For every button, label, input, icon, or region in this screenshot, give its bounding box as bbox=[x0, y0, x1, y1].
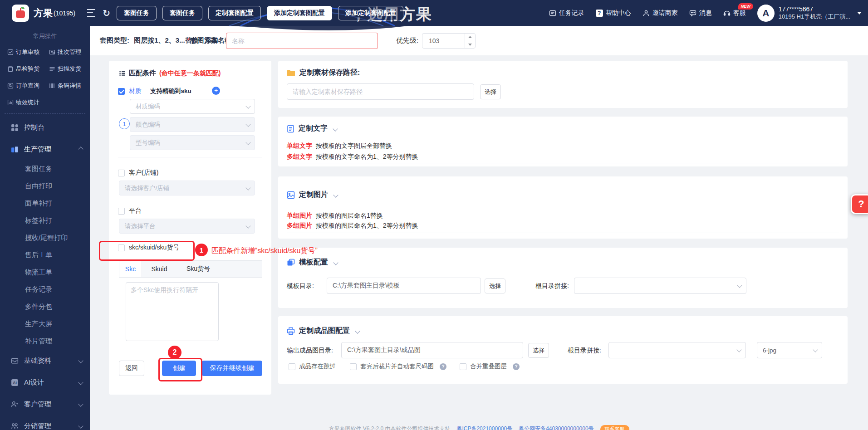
custom-image-header[interactable]: 定制图片 bbox=[287, 190, 338, 200]
nav-help-center[interactable]: ? 帮助中心 bbox=[596, 9, 631, 17]
output-dir-input[interactable] bbox=[341, 342, 523, 358]
submenu-waybill-reprint[interactable]: 面单补打 bbox=[25, 195, 90, 212]
quick-order-search[interactable]: 订单查询 bbox=[7, 81, 49, 91]
output-dir-choose-button[interactable]: 选择 bbox=[528, 343, 549, 358]
custom-image-title: 定制图片 bbox=[299, 190, 328, 200]
quick-quality-inspection[interactable]: 品检验货 bbox=[7, 64, 49, 74]
question-tooltip-icon[interactable]: ? bbox=[513, 363, 520, 370]
tab-custom-set-config[interactable]: 定制套图配置 bbox=[208, 6, 261, 20]
submenu-task-record[interactable]: 任务记录 bbox=[25, 281, 90, 298]
required-asterisk: * bbox=[187, 36, 190, 44]
chevron-down-icon[interactable] bbox=[333, 126, 338, 131]
chevron-down-icon[interactable] bbox=[333, 260, 338, 265]
output-root-select[interactable] bbox=[608, 342, 746, 358]
floating-help-button[interactable]: ? bbox=[851, 194, 868, 214]
customer-label: 客户(店铺) bbox=[129, 169, 158, 177]
platform-checkbox[interactable] bbox=[118, 208, 125, 215]
nav-messages[interactable]: 消息 bbox=[689, 9, 712, 17]
user-account-menu[interactable]: A 177****5667 10195 H1手机壳（工厂演... bbox=[757, 5, 862, 22]
save-and-continue-button[interactable]: 保存并继续创建 bbox=[202, 361, 262, 376]
nav-customer-service[interactable]: 客服 NEW bbox=[723, 9, 746, 17]
quick-performance-stats[interactable]: 绩效统计 bbox=[7, 98, 49, 108]
user-dropdown-caret-icon[interactable] bbox=[857, 12, 862, 15]
template-config-header[interactable]: 模板配置 bbox=[287, 258, 338, 267]
footer-icp-link[interactable]: 粤ICP备2021000000号 bbox=[456, 425, 512, 430]
merge-layers-checkbox[interactable] bbox=[460, 363, 466, 370]
distribution-icon bbox=[11, 422, 19, 430]
quick-label: 条码详情 bbox=[58, 82, 81, 90]
multi-text-tag: 多组文字 bbox=[287, 153, 312, 161]
custom-image-card: 定制图片 单组图片 按模板的图层命名1替换 多组图片 按模板的图层命名为1、2等… bbox=[278, 176, 848, 239]
tab-set-image-task-1[interactable]: 套图任务 bbox=[117, 6, 157, 20]
platform-select[interactable]: 请选择平台 bbox=[119, 219, 255, 234]
auto-size-checkbox[interactable] bbox=[350, 363, 357, 370]
material-checkbox[interactable] bbox=[118, 88, 125, 95]
material-index-badge: 1 bbox=[119, 118, 130, 129]
sidebar-item-console[interactable]: 控制台 bbox=[0, 117, 90, 138]
tab-set-image-task-2[interactable]: 套图任务 bbox=[162, 6, 202, 20]
submenu-label-reprint[interactable]: 标签补打 bbox=[25, 212, 90, 229]
material-code-select[interactable]: 材质编码 bbox=[130, 99, 255, 114]
quick-scan-shipping[interactable]: 扫描发货 bbox=[49, 64, 88, 74]
customer-select[interactable]: 请选择客户/店铺 bbox=[119, 181, 255, 195]
sidebar-item-base-data[interactable]: 基础资料 bbox=[0, 350, 90, 371]
sidebar-item-customer-management[interactable]: 客户管理 bbox=[0, 393, 90, 415]
material-path-choose-button[interactable]: 选择 bbox=[480, 84, 501, 99]
submenu-pickup-lastmile-print[interactable]: 揽收/尾程打印 bbox=[25, 229, 90, 246]
template-dir-choose-button[interactable]: 选择 bbox=[485, 279, 505, 293]
submenu-free-print[interactable]: 自由打印 bbox=[25, 177, 90, 195]
submenu-production-screen[interactable]: 生产大屏 bbox=[25, 315, 90, 332]
submenu-multi-package[interactable]: 多件分包 bbox=[25, 298, 90, 315]
material-path-input[interactable] bbox=[287, 83, 474, 100]
section-divider bbox=[118, 157, 262, 157]
plan-name-input[interactable] bbox=[226, 33, 378, 49]
model-code-select[interactable]: 型号编码 bbox=[130, 135, 255, 150]
tab-sku-code[interactable]: Sku货号 bbox=[177, 261, 220, 277]
nav-invite-merchant[interactable]: 邀请商家 bbox=[642, 9, 678, 17]
nav-task-record[interactable]: 任务记录 bbox=[549, 9, 584, 17]
customer-checkbox[interactable] bbox=[118, 170, 125, 176]
add-material-condition-icon[interactable]: + bbox=[212, 87, 220, 95]
chevron-down-icon[interactable] bbox=[355, 328, 360, 333]
output-config-header[interactable]: 定制成品图配置 bbox=[287, 326, 359, 336]
user-phone: 177****5667 bbox=[779, 5, 850, 13]
production-submenu: 套图任务 自由打印 面单补打 标签补打 揽收/尾程打印 售后工单 物流工单 任务… bbox=[0, 160, 90, 350]
skc-list-textarea[interactable] bbox=[126, 282, 219, 341]
submenu-set-image-task[interactable]: 套图任务 bbox=[25, 160, 90, 177]
quick-batch-management[interactable]: 批次管理 bbox=[49, 47, 88, 57]
sidebar-item-distribution-management[interactable]: 分销管理 bbox=[0, 415, 90, 430]
chevron-down-icon[interactable] bbox=[333, 192, 338, 197]
refresh-icon[interactable]: ↻ bbox=[103, 8, 110, 19]
submenu-patch-management[interactable]: 补片管理 bbox=[25, 332, 90, 350]
submenu-logistics-ticket[interactable]: 物流工单 bbox=[25, 264, 90, 281]
clipboard-icon bbox=[7, 66, 14, 72]
submenu-aftersale-ticket[interactable]: 售后工单 bbox=[25, 246, 90, 264]
tab-add-custom-set-config-active[interactable]: 添加定制套图配置 bbox=[267, 6, 332, 20]
color-code-select[interactable]: 颜色编码 bbox=[130, 117, 255, 132]
back-button[interactable]: 返回 bbox=[119, 361, 144, 376]
output-format-select[interactable]: 6-jpg bbox=[757, 342, 822, 358]
sidebar-item-ai-design[interactable]: Ai AI设计 bbox=[0, 371, 90, 393]
skip-existing-label: 成品存在跳过 bbox=[299, 362, 336, 371]
create-button[interactable]: 创建 bbox=[162, 361, 196, 376]
quick-order-audit[interactable]: 订单审核 bbox=[7, 47, 49, 57]
footer-beian-link[interactable]: 粤公网安备44030000000000号 bbox=[519, 425, 593, 430]
sku-checkbox[interactable] bbox=[118, 244, 125, 251]
priority-decrease-button[interactable] bbox=[465, 41, 475, 49]
priority-input[interactable] bbox=[422, 34, 470, 48]
template-root-select[interactable] bbox=[574, 278, 746, 294]
model-code-placeholder: 型号编码 bbox=[136, 139, 160, 147]
template-dir-input[interactable] bbox=[327, 278, 481, 294]
tab-skuid[interactable]: Skuid bbox=[142, 261, 177, 277]
footer-contact-button[interactable]: 联系客服 bbox=[600, 425, 629, 430]
skip-existing-checkbox[interactable] bbox=[289, 363, 295, 370]
sidebar-item-production[interactable]: 生产管理 bbox=[0, 138, 90, 160]
tab-add-custom-set-config-2[interactable]: 添加定制套图配置 bbox=[338, 6, 403, 20]
custom-text-header[interactable]: 定制文字 bbox=[287, 124, 337, 133]
quick-barcode-details[interactable]: 条码详情 bbox=[49, 81, 88, 91]
collapse-menu-icon[interactable] bbox=[87, 9, 95, 17]
tab-skc[interactable]: Skc bbox=[119, 261, 142, 277]
priority-increase-button[interactable] bbox=[465, 34, 475, 41]
multi-image-rule: 多组图片 按模板的图层命名为1、2等分别替换 bbox=[287, 222, 418, 230]
question-tooltip-icon[interactable]: ? bbox=[440, 363, 446, 370]
